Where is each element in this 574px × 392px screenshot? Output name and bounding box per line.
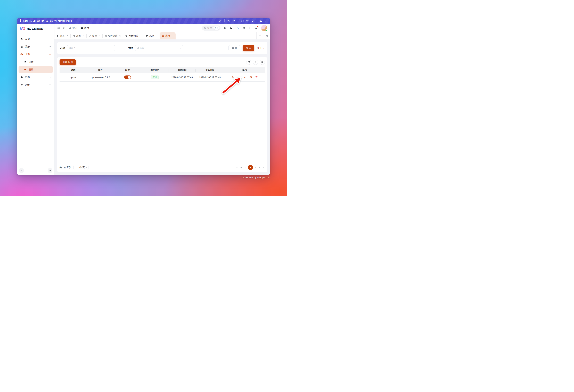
tabs-dropdown-button[interactable] [256,32,263,39]
name-filter-label: 名称 [60,47,65,50]
close-icon[interactable] [82,35,84,37]
chevron-down-icon [49,76,51,78]
tab-monitor[interactable]: 监控 [86,32,102,39]
table-expand-button[interactable] [253,60,258,65]
search-button[interactable]: 搜 索 [243,45,254,51]
camera-icon[interactable] [232,20,235,22]
app-title: NG Gateway [27,27,43,30]
logo: NG [20,26,25,31]
global-search[interactable]: 搜索 ⌘ K [202,25,221,31]
sidebar-item-home[interactable]: 首页 [19,35,53,42]
search-placeholder: 搜索 [207,26,212,30]
prev-5-pages-button[interactable] [240,166,243,169]
tab-apps[interactable]: 应用 [160,32,176,39]
plugin-filter-label: 插件 [128,47,133,50]
notifications-bell-icon[interactable] [255,26,258,30]
breadcrumb-apps[interactable]: 应用 [81,26,89,30]
tab-network-debug[interactable]: 网络调试 [123,32,144,39]
sidebar-item-southward[interactable]: 南向 [19,74,53,81]
maximize-content-button[interactable] [263,32,270,39]
tab-channels[interactable]: 通道 [70,32,86,39]
extensions-icon[interactable] [260,20,263,22]
next-5-pages-button[interactable] [258,166,261,169]
cell-updated: 2026-02-05 17:37:43 [196,73,224,81]
close-icon[interactable] [140,35,141,37]
page-size-select[interactable]: 20条/页 [74,165,88,170]
cloud-upload-icon [20,53,23,56]
prev-page-button[interactable] [244,166,247,169]
table-columns-button[interactable] [260,60,265,65]
tab-home[interactable]: 首页 [54,32,70,39]
status-toggle[interactable] [124,76,131,79]
name-filter-input[interactable]: 请输入 [67,45,115,51]
globe-icon[interactable] [246,20,249,22]
sidebar-item-system[interactable]: 系统 [19,43,53,50]
sidebar-footer [17,167,54,175]
edit-icon[interactable] [249,76,252,79]
palette-icon [146,35,148,37]
sidebar-item-apps[interactable]: 应用 [19,66,53,73]
divider [257,19,257,22]
close-icon[interactable] [119,35,121,37]
sidebar-menu: 首页 系统 北向 插件 [17,33,54,89]
table-row: opcua opcua-server:0.1.0 在线 2026-02-05 1… [60,73,265,82]
breadcrumb-northward[interactable]: 北向 [69,26,77,30]
bug-icon [105,35,107,37]
desktop-background: i http://localhost:5678/#/northward/app [0,0,287,196]
refresh-icon[interactable] [63,27,66,29]
sidebar-item-northward[interactable]: 北向 [19,51,53,58]
brand: NG NG Gateway [17,24,54,33]
table-refresh-button[interactable] [246,60,251,65]
first-page-button[interactable] [236,166,239,169]
translate-icon[interactable]: 文A [236,26,239,30]
create-app-button[interactable]: 创建 应用 [60,59,76,65]
split-view-icon[interactable] [265,20,267,22]
link-icon[interactable] [219,20,222,22]
info-icon: i [20,19,21,22]
gears-icon [20,45,23,48]
sidebar-item-plugins[interactable]: 插件 [19,58,53,65]
svg-text:A: A [238,28,239,29]
total-records: 共 1 条记录 [60,166,71,169]
sidebar-item-ops[interactable]: 运维 [19,81,53,88]
pin-icon[interactable] [66,35,68,37]
pin-sidebar-button[interactable] [48,168,52,173]
app-window-icon [81,27,83,29]
next-page-button[interactable] [254,166,257,169]
delete-trash-icon[interactable] [255,76,258,79]
chevron-down-icon [49,84,51,86]
menu-fold-icon[interactable] [57,26,60,29]
crosshair-icon[interactable] [251,20,254,22]
url-bar: i http://localhost:5678/#/northward/app [17,18,270,24]
expand-filters-link[interactable]: 展开 [257,47,264,50]
table-header: 名称 插件 状态 连接状态 创建时间 更新时间 操作 [60,67,265,73]
current-page[interactable]: 1 [248,165,253,170]
reset-button[interactable]: 重 置 [228,45,240,51]
tab-action-debug[interactable]: 动作调试 [102,32,123,39]
breadcrumb-separator: › [79,27,79,29]
tab-brand[interactable]: 品牌 [144,32,160,39]
timezone-globe-icon[interactable] [243,26,246,30]
fullscreen-icon[interactable] [249,26,252,29]
avatar[interactable] [261,25,267,31]
col-status: 状态 [114,67,141,73]
page-content: 名称 请输入 插件 请选择 重 置 搜 索 [54,39,270,175]
settings-gear-icon[interactable] [224,26,227,30]
alert-bell-icon[interactable] [231,76,234,79]
close-icon[interactable] [98,35,100,37]
cell-created: 2026-02-05 17:37:43 [168,73,196,81]
plugin-filter-select[interactable]: 请选择 [135,45,184,51]
tabs-bar: 首页 通道 监控 [54,32,270,39]
terminal-icon[interactable] [241,20,244,22]
close-icon[interactable] [171,35,173,37]
filter-card: 名称 请输入 插件 请选择 重 置 搜 索 [57,42,267,54]
image-icon[interactable] [227,20,230,22]
log-button[interactable]: LOG [237,76,241,78]
cloud-upload-icon [69,27,71,29]
last-page-button[interactable] [262,166,265,169]
metrics-chart-icon[interactable] [244,76,246,79]
collapse-sidebar-button[interactable] [19,168,24,173]
close-icon[interactable] [156,35,157,37]
dark-mode-moon-icon[interactable] [230,26,233,29]
top-navbar: 北向 › 应用 搜索 ⌘ K [54,24,270,32]
